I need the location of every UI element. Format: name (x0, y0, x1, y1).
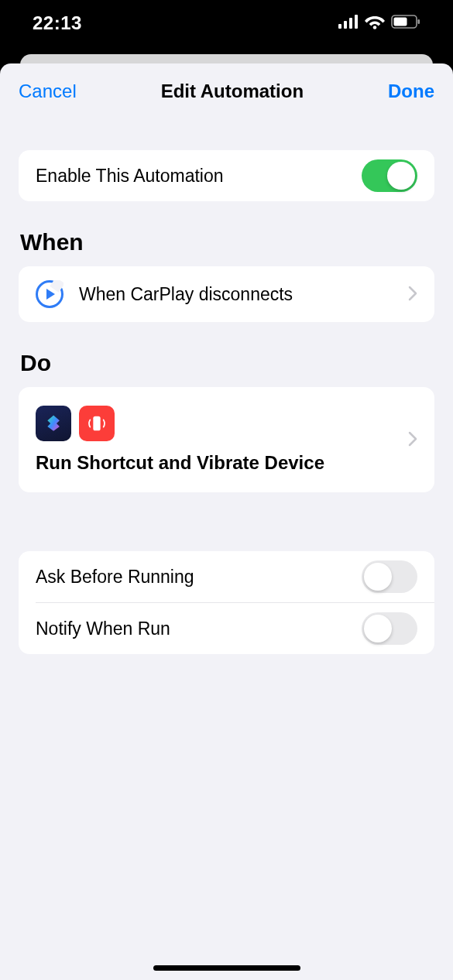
cellular-icon (338, 15, 359, 32)
modal-sheet: Cancel Edit Automation Done Enable This … (0, 63, 453, 980)
chevron-right-icon (408, 428, 417, 452)
page-title: Edit Automation (161, 81, 304, 102)
chevron-right-icon (408, 283, 417, 307)
svg-rect-7 (418, 19, 420, 24)
home-indicator[interactable] (153, 965, 300, 971)
svg-rect-6 (394, 18, 407, 26)
vibrate-app-icon (79, 406, 115, 441)
wifi-icon (365, 14, 385, 33)
run-settings-card: Ask Before Running Notify When Run (19, 551, 434, 654)
carplay-icon (36, 280, 63, 308)
section-do-title: Do (20, 350, 434, 376)
svg-rect-3 (355, 15, 358, 29)
do-card[interactable]: Run Shortcut and Vibrate Device (19, 387, 434, 492)
ask-before-running-row: Ask Before Running (19, 551, 434, 602)
enable-label: Enable This Automation (36, 166, 224, 187)
ask-label: Ask Before Running (36, 567, 194, 588)
svg-point-4 (373, 26, 377, 29)
enable-row: Enable This Automation (19, 150, 434, 201)
do-text: Run Shortcut and Vibrate Device (36, 452, 399, 474)
status-time: 22:13 (33, 12, 82, 34)
done-button[interactable]: Done (388, 81, 434, 102)
nav-bar: Cancel Edit Automation Done (0, 63, 453, 119)
battery-icon (391, 15, 420, 32)
status-bar: 22:13 (0, 0, 453, 54)
when-text: When CarPlay disconnects (79, 284, 393, 305)
enable-card: Enable This Automation (19, 150, 434, 201)
status-icons (338, 14, 420, 33)
svg-rect-0 (338, 24, 341, 29)
enable-toggle[interactable] (362, 159, 417, 192)
notify-toggle[interactable] (362, 612, 417, 645)
shortcuts-app-icon (36, 406, 71, 441)
section-when-title: When (20, 229, 434, 255)
notify-label: Notify When Run (36, 618, 170, 639)
when-card: When CarPlay disconnects (19, 266, 434, 322)
svg-rect-8 (93, 416, 100, 431)
cancel-button[interactable]: Cancel (19, 81, 77, 102)
svg-rect-1 (344, 21, 347, 29)
do-icons (36, 406, 399, 441)
notify-when-run-row: Notify When Run (19, 603, 434, 654)
svg-rect-2 (349, 18, 352, 29)
ask-toggle[interactable] (362, 560, 417, 593)
when-row[interactable]: When CarPlay disconnects (19, 266, 434, 322)
